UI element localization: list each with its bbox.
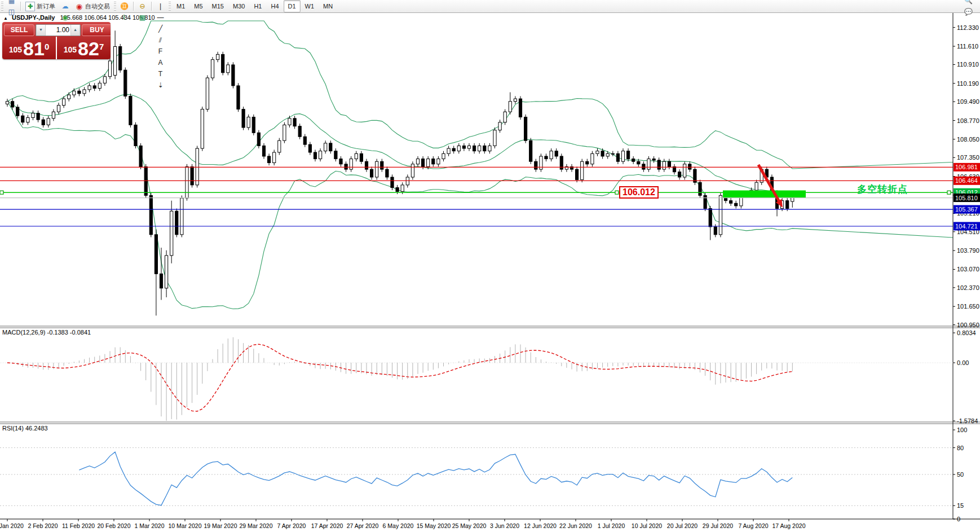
buy-button[interactable]: BUY xyxy=(82,24,111,36)
toolbar-grip[interactable] xyxy=(169,2,171,11)
buy-price[interactable]: 105 82 7 xyxy=(57,37,111,59)
candlestick xyxy=(329,143,332,151)
candlestick xyxy=(319,151,322,159)
line-chart-icon: ⌇ xyxy=(120,14,129,22)
candlestick xyxy=(119,46,122,70)
timeframe-button-m5[interactable]: M5 xyxy=(189,0,207,12)
tile-windows-icon: ▦ xyxy=(138,14,147,22)
toolbar-grip[interactable] xyxy=(1,2,3,11)
sell-price[interactable]: 105 81 0 xyxy=(2,37,57,59)
candlestick xyxy=(637,161,640,164)
line-selection-handle[interactable] xyxy=(0,191,3,194)
volume-up-button[interactable]: ▲ xyxy=(70,25,80,36)
fibonacci-icon[interactable]: F xyxy=(154,46,167,57)
timeframe-button-m30[interactable]: M30 xyxy=(228,0,249,12)
date-axis-label: 22 Jun 2020 xyxy=(559,522,592,529)
search-icon[interactable]: 🔍 xyxy=(962,0,975,6)
candlestick xyxy=(103,77,106,83)
candlestick xyxy=(257,133,260,146)
search-icon: 🔍 xyxy=(964,0,973,5)
toolbar-grip[interactable] xyxy=(114,2,116,11)
toolbar-service-icons: ◆☁◉ xyxy=(58,0,72,23)
candlestick xyxy=(129,96,132,125)
chart-window-icon: ▦ xyxy=(7,0,16,5)
line-selection-handle[interactable] xyxy=(947,191,951,194)
macd-scale-label: -1.5784 xyxy=(957,417,978,424)
candlestick xyxy=(222,54,224,72)
candlestick xyxy=(160,274,162,288)
candlestick xyxy=(791,198,794,202)
candlestick-chart-icon: ♊ xyxy=(120,2,129,11)
timeframe-button-m1[interactable]: M1 xyxy=(172,0,189,12)
equidistant-channel-icon[interactable]: ⫽ xyxy=(154,34,167,46)
signal-icon[interactable]: ◉ xyxy=(59,12,72,23)
timeframe-button-d1[interactable]: D1 xyxy=(284,0,301,12)
line-chart-icon[interactable]: ⌇ xyxy=(118,12,131,23)
candlestick xyxy=(652,159,655,160)
data-window-icon: ◫ xyxy=(7,8,16,16)
candlestick xyxy=(416,159,419,164)
zoom-icons: ⊕⊖▦ xyxy=(135,0,149,23)
rsi-scale-label: 0 xyxy=(957,516,960,522)
vertical-line-icon[interactable]: | xyxy=(154,1,167,12)
date-axis-label: 10 Mar 2020 xyxy=(169,522,202,529)
price-axis-label: 103.070 xyxy=(957,266,979,272)
chat-icon[interactable]: 💬 xyxy=(962,6,975,17)
support-zone-highlight[interactable] xyxy=(723,191,806,198)
mt4-terminal-window: { "toolbar": { "icons_left": [ {"name":"… xyxy=(0,0,980,532)
candlestick xyxy=(186,166,188,198)
chart-canvas[interactable]: 112.330111.610110.910110.190109.490108.7… xyxy=(0,12,980,532)
zoom-out-icon[interactable]: ⊖ xyxy=(136,1,149,12)
candlestick xyxy=(504,112,506,122)
tile-windows-icon[interactable]: ▦ xyxy=(136,12,149,23)
toolbar-window-icons: ▦◫ xyxy=(5,0,19,17)
rsi-indicator-label: RSI(14) 46.2483 xyxy=(2,425,48,432)
candlestick xyxy=(339,159,342,164)
candlestick xyxy=(98,83,101,88)
price-axis-label: 107.350 xyxy=(957,154,979,161)
candlestick xyxy=(57,105,60,112)
arrows-icon[interactable]: ⇣ xyxy=(154,80,167,91)
support-icon[interactable]: ☁ xyxy=(59,1,72,12)
data-window-icon[interactable]: ◫ xyxy=(5,6,18,17)
candlestick xyxy=(237,86,240,109)
trendline-icon[interactable]: ╱ xyxy=(154,23,167,34)
text-label-icon[interactable]: T xyxy=(154,68,167,80)
date-axis-label: 20 Jul 2020 xyxy=(667,522,698,529)
price-level-annotation[interactable]: 106.012 xyxy=(619,186,659,199)
new-order-button[interactable]: ✚ 新订单 xyxy=(23,1,58,12)
price-axis-label: 100.950 xyxy=(957,322,979,328)
buy-price-sup: 7 xyxy=(99,37,104,57)
trendline-icon: ╱ xyxy=(156,25,165,33)
volume-input[interactable] xyxy=(46,25,70,34)
candlestick xyxy=(483,146,486,151)
timeframe-button-w1[interactable]: W1 xyxy=(301,0,319,12)
timeframe-button-m15[interactable]: M15 xyxy=(208,0,228,12)
candlestick xyxy=(376,161,378,177)
text-icon[interactable]: A xyxy=(154,57,167,68)
horizontal-line-icon[interactable]: — xyxy=(154,12,167,23)
candlestick xyxy=(642,164,645,169)
chart-window-icon[interactable]: ▦ xyxy=(5,0,18,6)
price-tag-text: 105.810 xyxy=(955,195,978,201)
sell-button[interactable]: SELL xyxy=(4,24,34,36)
pivot-point-annotation[interactable]: 多空转折点 xyxy=(857,183,908,196)
autotrade-button[interactable]: ◉ 自动交易 xyxy=(73,1,112,12)
timeframe-button-h4[interactable]: H4 xyxy=(266,0,283,12)
volume-down-button[interactable]: ▼ xyxy=(36,25,46,36)
candlestick xyxy=(360,153,363,161)
timeframe-button-mn[interactable]: MN xyxy=(319,0,337,12)
candlestick xyxy=(52,112,55,118)
candlestick xyxy=(586,161,589,164)
candlestick xyxy=(555,151,558,156)
candlestick xyxy=(473,146,476,151)
rsi-scale-label: 80 xyxy=(957,445,964,451)
candlestick xyxy=(334,151,337,159)
candlestick xyxy=(21,116,24,122)
candlestick-chart-icon[interactable]: ♊ xyxy=(118,1,131,12)
price-axis-label: 102.370 xyxy=(957,284,979,291)
candlestick xyxy=(611,153,614,154)
timeframe-button-h1[interactable]: H1 xyxy=(249,0,266,12)
line-selection-handle[interactable] xyxy=(615,191,619,194)
price-axis-label: 108.770 xyxy=(957,117,979,124)
